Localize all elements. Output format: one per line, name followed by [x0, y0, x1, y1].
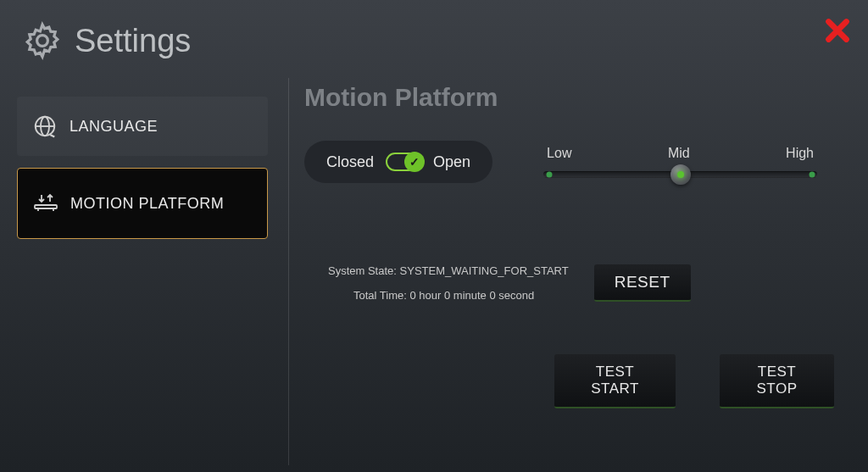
status-text: System State: SYSTEM_WAITING_FOR_START T…: [304, 264, 569, 302]
slider-tick-high: [809, 172, 815, 178]
system-state-value: SYSTEM_WAITING_FOR_START: [400, 264, 569, 277]
slider-label-high: High: [786, 146, 814, 161]
divider: [288, 78, 289, 465]
intensity-slider: Low Mid High: [543, 146, 817, 178]
sidebar-item-motion-platform[interactable]: MOTION PLATFORM: [17, 168, 268, 239]
slider-label-low: Low: [547, 146, 571, 161]
page-title: Settings: [75, 23, 191, 59]
sidebar-item-label: MOTION PLATFORM: [70, 195, 224, 213]
gear-icon: [22, 20, 63, 61]
total-time-value: 0 hour 0 minute 0 second: [409, 289, 534, 302]
reset-button[interactable]: RESET: [594, 264, 691, 302]
sidebar: LANGUAGE MOTION PLATFORM: [17, 78, 268, 465]
open-closed-toggle[interactable]: Closed ✓ Open: [304, 141, 492, 183]
sidebar-item-label: LANGUAGE: [70, 118, 158, 136]
panel-title: Motion Platform: [304, 83, 834, 112]
toggle-label-closed: Closed: [326, 153, 374, 171]
svg-rect-4: [35, 205, 57, 208]
test-stop-button[interactable]: TEST STOP: [720, 354, 834, 408]
globe-icon: [32, 114, 58, 139]
svg-point-0: [37, 36, 48, 47]
total-time-label: Total Time:: [353, 289, 407, 302]
check-icon: ✓: [409, 155, 420, 169]
slider-tick-low: [546, 172, 552, 178]
slider-knob[interactable]: [670, 164, 691, 185]
toggle-switch[interactable]: ✓: [386, 153, 421, 171]
motion-platform-icon: [33, 191, 58, 216]
slider-track[interactable]: [543, 171, 817, 178]
test-start-button[interactable]: TEST START: [554, 354, 676, 408]
system-state-label: System State:: [328, 264, 397, 277]
toggle-knob: ✓: [404, 152, 425, 172]
main-panel: Motion Platform Closed ✓ Open Low Mid Hi…: [304, 78, 868, 465]
close-button[interactable]: [822, 15, 853, 46]
header: Settings: [0, 0, 868, 69]
sidebar-item-language[interactable]: LANGUAGE: [17, 97, 268, 156]
slider-label-mid: Mid: [668, 146, 690, 161]
toggle-label-open: Open: [433, 153, 470, 171]
